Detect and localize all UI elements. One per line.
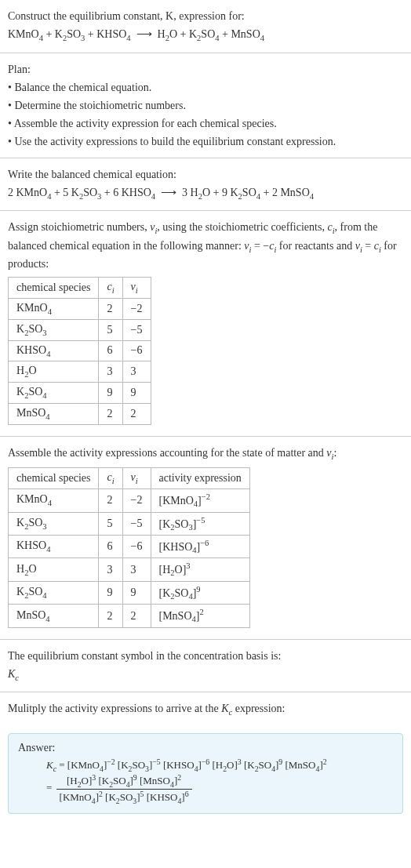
stoich-section: Assign stoichiometric numbers, νi, using…: [0, 211, 411, 437]
cell-vi: −6: [122, 340, 151, 361]
th-vi: νi: [122, 468, 151, 489]
table-row: K2SO3 5 −5: [9, 319, 151, 340]
cell-species: KMnO4: [9, 298, 99, 319]
cell-species: H2O: [9, 558, 99, 581]
th-ci: ci: [99, 468, 122, 489]
intro-equation: KMnO4 + K2SO3 + KHSO4 ⟶ H2O + K2SO4 + Mn…: [8, 26, 403, 45]
stoich-table: chemical species ci νi KMnO4 2 −2 K2SO3 …: [8, 277, 151, 425]
cell-vi: 9: [122, 383, 151, 404]
th-activity: activity expression: [151, 468, 249, 489]
cell-species: K2SO3: [9, 319, 99, 340]
intro-section: Construct the equilibrium constant, K, e…: [0, 0, 411, 53]
table-row: K2SO3 5 −5 [K2SO3]−5: [9, 512, 250, 535]
plan-bullet-4: • Use the activity expressions to build …: [8, 133, 403, 150]
cell-activity: [K2SO4]9: [151, 581, 249, 604]
table-row: K2SO4 9 9 [K2SO4]9: [9, 581, 250, 604]
cell-species: KHSO4: [9, 340, 99, 361]
cell-vi: −2: [122, 298, 151, 319]
cell-ci: 2: [99, 403, 122, 424]
cell-vi: −5: [122, 512, 151, 535]
table-row: MnSO4 2 2 [MnSO4]2: [9, 605, 250, 627]
cell-species: MnSO4: [9, 605, 99, 627]
cell-vi: −2: [122, 489, 151, 512]
th-species: chemical species: [9, 468, 99, 489]
cell-species: H2O: [9, 361, 99, 383]
cell-species: KMnO4: [9, 489, 99, 512]
cell-ci: 3: [99, 558, 122, 581]
cell-activity: [KHSO4]−6: [151, 536, 249, 558]
table-row: KMnO4 2 −2 [KMnO4]−2: [9, 489, 250, 512]
cell-species: KHSO4: [9, 536, 99, 558]
table-row: K2SO4 9 9: [9, 383, 151, 404]
cell-ci: 2: [99, 489, 122, 512]
table-row: KHSO4 6 −6: [9, 340, 151, 361]
answer-box: Answer: Kc = [KMnO4]−2 [K2SO3]−5 [KHSO4]…: [8, 733, 403, 814]
cell-ci: 5: [99, 512, 122, 535]
th-vi: νi: [122, 278, 151, 299]
cell-vi: 9: [122, 581, 151, 604]
balanced-section: Write the balanced chemical equation: 2 …: [0, 158, 411, 212]
cell-species: K2SO4: [9, 581, 99, 604]
cell-vi: 2: [122, 403, 151, 424]
table-row: H2O 3 3 [H2O]3: [9, 558, 250, 581]
intro-line1: Construct the equilibrium constant, K, e…: [8, 8, 403, 24]
plan-bullet-2: • Determine the stoichiometric numbers.: [8, 97, 403, 114]
table-row: H2O 3 3: [9, 361, 151, 383]
table-row: KMnO4 2 −2: [9, 298, 151, 319]
cell-activity: [H2O]3: [151, 558, 249, 581]
table-row: MnSO4 2 2: [9, 403, 151, 424]
activity-section: Assemble the activity expressions accoun…: [0, 437, 411, 640]
cell-species: K2SO4: [9, 383, 99, 404]
activity-paragraph: Assemble the activity expressions accoun…: [8, 445, 403, 463]
th-ci: ci: [99, 278, 122, 299]
symbol-line2: Kc: [8, 666, 403, 685]
cell-vi: −5: [122, 319, 151, 340]
fraction-numerator: [H2O]3 [K2SO4]9 [MnSO4]2: [56, 773, 192, 790]
symbol-line1: The equilibrium constant symbol in the c…: [8, 648, 403, 664]
cell-ci: 2: [99, 298, 122, 319]
fraction-denominator: [KMnO4]2 [K2SO3]5 [KHSO4]6: [56, 790, 192, 805]
plan-bullet-3: • Assemble the activity expression for e…: [8, 115, 403, 132]
cell-vi: −6: [122, 536, 151, 558]
activity-table: chemical species ci νi activity expressi…: [8, 467, 250, 628]
cell-ci: 9: [99, 383, 122, 404]
cell-vi: 2: [122, 605, 151, 627]
balanced-equation: 2 KMnO4 + 5 K2SO3 + 6 KHSO4 ⟶ 3 H2O + 9 …: [8, 184, 403, 203]
cell-ci: 2: [99, 605, 122, 627]
multiply-line: Mulitply the activity expressions to arr…: [8, 700, 403, 719]
cell-vi: 3: [122, 558, 151, 581]
table-row: KHSO4 6 −6 [KHSO4]−6: [9, 536, 250, 558]
answer-label: Answer:: [18, 742, 393, 754]
cell-ci: 3: [99, 361, 122, 383]
cell-species: K2SO3: [9, 512, 99, 535]
cell-ci: 6: [99, 340, 122, 361]
cell-ci: 9: [99, 581, 122, 604]
symbol-section: The equilibrium constant symbol in the c…: [0, 640, 411, 693]
table-header-row: chemical species ci νi activity expressi…: [9, 468, 250, 489]
plan-title: Plan:: [8, 61, 403, 78]
answer-fraction: [H2O]3 [K2SO4]9 [MnSO4]2 [KMnO4]2 [K2SO3…: [56, 773, 192, 805]
stoich-paragraph: Assign stoichiometric numbers, νi, using…: [8, 219, 403, 272]
multiply-section: Mulitply the activity expressions to arr…: [0, 692, 411, 727]
plan-section: Plan: • Balance the chemical equation. •…: [0, 53, 411, 158]
th-species: chemical species: [9, 278, 99, 299]
cell-vi: 3: [122, 361, 151, 383]
plan-bullet-1: • Balance the chemical equation.: [8, 79, 403, 96]
balanced-title: Write the balanced chemical equation:: [8, 166, 403, 183]
cell-activity: [MnSO4]2: [151, 605, 249, 627]
cell-ci: 5: [99, 319, 122, 340]
answer-equation: Kc = [KMnO4]−2 [K2SO3]−5 [KHSO4]−6 [H2O]…: [18, 757, 393, 805]
cell-species: MnSO4: [9, 403, 99, 424]
equals-sign: =: [46, 782, 55, 794]
cell-activity: [K2SO3]−5: [151, 512, 249, 535]
cell-activity: [KMnO4]−2: [151, 489, 249, 512]
table-header-row: chemical species ci νi: [9, 278, 151, 299]
cell-ci: 6: [99, 536, 122, 558]
answer-line1: Kc = [KMnO4]−2 [K2SO3]−5 [KHSO4]−6 [H2O]…: [46, 759, 327, 771]
